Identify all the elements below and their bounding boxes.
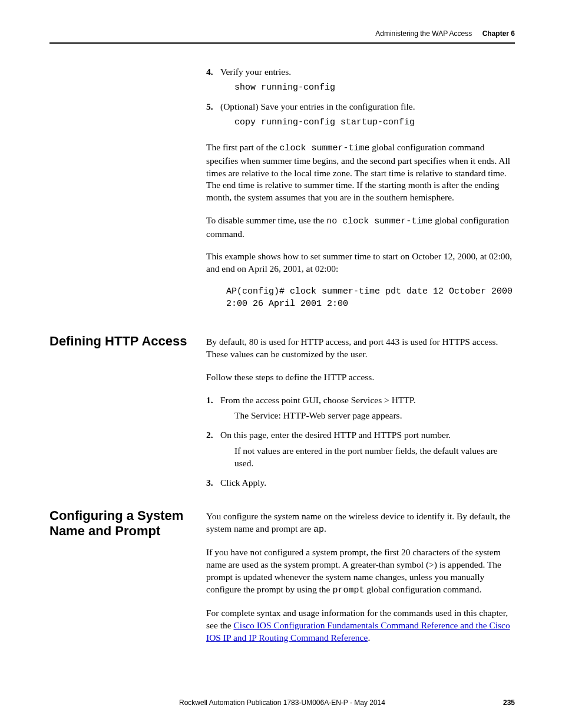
text: To disable summer time, use the (206, 215, 326, 225)
http-step-3: 3. Click Apply. (220, 477, 515, 489)
text: You configure the system name on the wir… (206, 511, 511, 533)
step-text: (Optional) Save your entries in the conf… (220, 101, 415, 111)
footer-publication: Rockwell Automation Publication 1783-UM0… (179, 699, 385, 707)
step-code: show running-config (234, 82, 515, 94)
http-follow: Follow these steps to define the HTTP ac… (206, 371, 515, 384)
page-number: 235 (503, 699, 515, 707)
heading-http-access: Defining HTTP Access (49, 334, 191, 349)
section-system-name: Configuring a System Name and Prompt You… (206, 510, 515, 644)
step-number: 4. (206, 66, 213, 78)
heading-system-name: Configuring a System Name and Prompt (49, 508, 191, 539)
section-http-access: Defining HTTP Access By default, 80 is u… (206, 336, 515, 489)
step-5: 5. (Optional) Save your entries in the c… (220, 101, 515, 129)
sysname-p3: For complete syntax and usage informatio… (206, 607, 515, 644)
step-code: copy running-config startup-config (234, 117, 515, 129)
header-chapter: Chapter 6 (482, 29, 515, 38)
content-column: 4. Verify your entries. show running-con… (206, 66, 515, 644)
text: . (324, 523, 326, 533)
paragraph-summer-time-explain: The first part of the clock summer-time … (206, 141, 515, 204)
step-number: 5. (206, 101, 213, 113)
inline-code: prompt (332, 585, 364, 595)
http-steps-list: 1. From the access point GUI, choose Ser… (206, 394, 515, 490)
text: global configuration command. (364, 584, 481, 594)
text: The first part of the (206, 142, 279, 152)
inline-code: clock summer-time (279, 143, 369, 153)
step-text: From the access point GUI, choose Servic… (220, 395, 416, 405)
http-step-2: 2. On this page, enter the desired HTTP … (220, 429, 515, 470)
step-text: Verify your entries. (220, 67, 291, 77)
step-number: 1. (206, 394, 213, 407)
paragraph-example-intro: This example shows how to set summer tim… (206, 251, 515, 275)
cisco-reference-link[interactable]: Cisco IOS Configuration Fundamentals Com… (206, 620, 510, 643)
step-number: 2. (206, 429, 213, 442)
example-code-block: AP(config)# clock summer-time pdt date 1… (226, 286, 515, 310)
step-sub: The Service: HTTP-Web server page appear… (234, 410, 515, 422)
paragraph-disable-summer-time: To disable summer time, use the no clock… (206, 215, 515, 240)
http-step-1: 1. From the access point GUI, choose Ser… (220, 394, 515, 423)
page-header: Administering the WAP Access Chapter 6 (49, 29, 515, 44)
page: Administering the WAP Access Chapter 6 4… (0, 0, 562, 728)
step-text: Click Apply. (220, 477, 266, 487)
text: . (368, 633, 370, 643)
http-intro: By default, 80 is used for HTTP access, … (206, 336, 515, 361)
page-footer: Rockwell Automation Publication 1783-UM0… (49, 699, 515, 707)
step-sub: If not values are entered in the port nu… (234, 445, 515, 470)
inline-code: ap (313, 525, 324, 535)
sysname-p1: You configure the system name on the wir… (206, 510, 515, 536)
step-number: 3. (206, 477, 213, 489)
top-steps-list: 4. Verify your entries. show running-con… (206, 66, 515, 129)
step-text: On this page, enter the desired HTTP and… (220, 430, 451, 440)
header-title: Administering the WAP Access (375, 29, 472, 38)
sysname-p2: If you have not configured a system prom… (206, 546, 515, 597)
step-4: 4. Verify your entries. show running-con… (220, 66, 515, 94)
inline-code: no clock summer-time (326, 216, 432, 226)
